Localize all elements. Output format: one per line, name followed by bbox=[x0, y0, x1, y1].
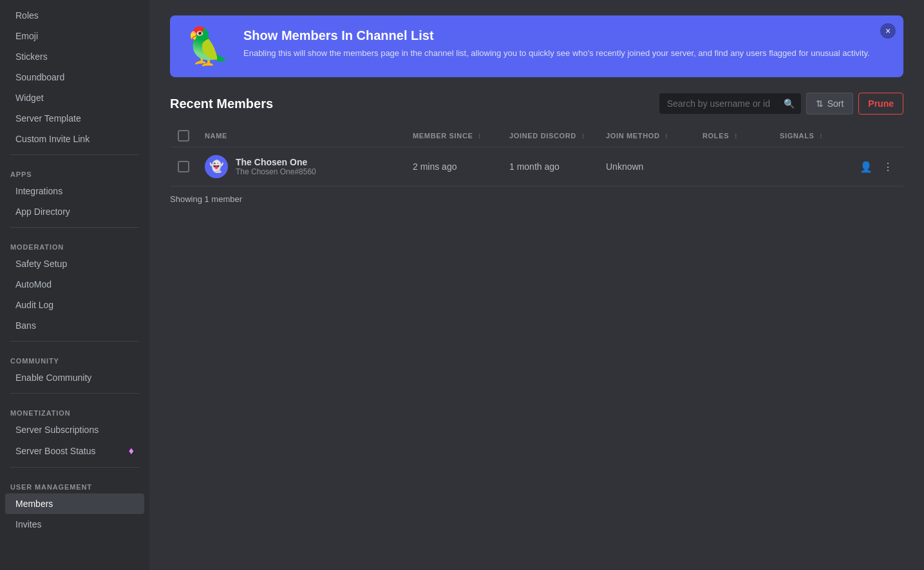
row-member-since-cell: 2 mins ago bbox=[405, 147, 502, 187]
sidebar-item-label: Soundboard bbox=[15, 72, 64, 82]
member-more-button[interactable]: ⋮ bbox=[880, 158, 896, 176]
sidebar-item-label: Audit Log bbox=[15, 300, 53, 310]
th-joined-discord[interactable]: JOINED DISCORD ⫶ bbox=[502, 125, 598, 147]
member-name: The Chosen One bbox=[236, 157, 316, 167]
member-profile-button[interactable]: 👤 bbox=[857, 158, 875, 176]
filter-icon-member-since: ⫶ bbox=[478, 133, 482, 140]
sort-label: Sort bbox=[827, 98, 844, 109]
sidebar-item-bans[interactable]: Bans bbox=[5, 315, 144, 336]
members-controls: 🔍 ⇅ Sort Prune bbox=[659, 93, 903, 115]
show-members-banner: 🦜 Show Members In Channel List Enabling … bbox=[170, 15, 903, 77]
sidebar-item-server-boost-status[interactable]: Server Boost Status ♦ bbox=[5, 440, 144, 462]
section-label-moderation: MODERATION bbox=[0, 233, 149, 253]
th-roles[interactable]: ROLES ⫶ bbox=[695, 125, 772, 147]
th-joined-discord-label: JOINED DISCORD bbox=[509, 132, 576, 140]
sidebar-item-widget[interactable]: Widget bbox=[5, 87, 144, 108]
members-title: Recent Members bbox=[170, 97, 273, 111]
section-label-community: COMMUNITY bbox=[0, 347, 149, 367]
table-row: 👻 The Chosen One The Chosen One#8560 2 m… bbox=[170, 147, 903, 187]
member-tag: The Chosen One#8560 bbox=[236, 167, 316, 176]
banner-text-container: Show Members In Channel List Enabling th… bbox=[243, 28, 888, 60]
sort-button[interactable]: ⇅ Sort bbox=[806, 93, 854, 115]
sidebar-item-label: Enable Community bbox=[15, 372, 91, 383]
sidebar-item-stickers[interactable]: Stickers bbox=[5, 46, 144, 67]
sidebar-item-label: Members bbox=[15, 499, 53, 509]
divider-community bbox=[10, 341, 139, 342]
filter-icon-roles: ⫶ bbox=[734, 133, 738, 140]
th-member-since-label: MEMBER SINCE bbox=[413, 132, 473, 140]
sidebar-item-server-subscriptions[interactable]: Server Subscriptions bbox=[5, 419, 144, 440]
th-signals[interactable]: SIGNALS ⫶ bbox=[772, 125, 849, 147]
join-method-value: Unknown bbox=[606, 161, 643, 172]
table-body: 👻 The Chosen One The Chosen One#8560 2 m… bbox=[170, 147, 903, 187]
divider-moderation bbox=[10, 227, 139, 228]
member-actions: 👤 ⋮ bbox=[857, 158, 896, 176]
filter-icon-signals: ⫶ bbox=[819, 133, 823, 140]
sidebar-item-label: Server Template bbox=[15, 113, 81, 124]
sidebar-item-server-template[interactable]: Server Template bbox=[5, 108, 144, 129]
banner-title: Show Members In Channel List bbox=[243, 28, 888, 43]
prune-button[interactable]: Prune bbox=[858, 93, 903, 115]
sidebar-item-integrations[interactable]: Integrations bbox=[5, 181, 144, 201]
row-joined-discord-cell: 1 month ago bbox=[502, 147, 598, 187]
sidebar-item-label: Stickers bbox=[15, 51, 48, 62]
banner-description: Enabling this will show the members page… bbox=[243, 47, 888, 60]
showing-members-text: Showing 1 member bbox=[170, 194, 903, 204]
sidebar-item-label: App Directory bbox=[15, 207, 70, 217]
sidebar-item-app-directory[interactable]: App Directory bbox=[5, 201, 144, 222]
th-actions bbox=[849, 125, 903, 147]
sidebar-item-label: Roles bbox=[15, 10, 39, 21]
sort-icon: ⇅ bbox=[816, 98, 824, 109]
sidebar-item-members[interactable]: Members bbox=[5, 493, 144, 514]
sidebar-item-label: Safety Setup bbox=[15, 259, 67, 269]
showing-unit-value: member bbox=[211, 194, 242, 204]
divider-user-management bbox=[10, 467, 139, 468]
sidebar-item-automod[interactable]: AutoMod bbox=[5, 274, 144, 295]
sidebar-item-label: Server Boost Status bbox=[15, 446, 96, 456]
sidebar-item-roles[interactable]: Roles bbox=[5, 5, 144, 26]
sidebar-item-enable-community[interactable]: Enable Community bbox=[5, 367, 144, 388]
joined-discord-value: 1 month ago bbox=[509, 161, 560, 172]
row-join-method-cell: Unknown bbox=[598, 147, 695, 187]
row-checkbox-cell[interactable] bbox=[170, 147, 197, 187]
member-since-value: 2 mins ago bbox=[413, 161, 457, 172]
sidebar-item-label: Bans bbox=[15, 320, 36, 331]
th-signals-label: SIGNALS bbox=[780, 132, 815, 140]
search-input[interactable] bbox=[659, 93, 801, 114]
th-join-method[interactable]: JOIN METHOD ⫶ bbox=[598, 125, 695, 147]
th-name[interactable]: NAME bbox=[197, 125, 405, 147]
sidebar-item-label: Emoji bbox=[15, 31, 38, 41]
banner-close-button[interactable]: × bbox=[880, 23, 896, 39]
sidebar-item-custom-invite-link[interactable]: Custom Invite Link bbox=[5, 129, 144, 149]
row-actions-cell: 👤 ⋮ bbox=[849, 147, 903, 187]
sidebar-item-emoji[interactable]: Emoji bbox=[5, 26, 144, 46]
th-member-since[interactable]: MEMBER SINCE ⫶ bbox=[405, 125, 502, 147]
sidebar-item-label: Integrations bbox=[15, 186, 62, 196]
sidebar-item-invites[interactable]: Invites bbox=[5, 514, 144, 535]
boost-badge-icon: ♦ bbox=[129, 445, 134, 457]
section-label-monetization: MONETIZATION bbox=[0, 399, 149, 419]
row-roles-cell bbox=[695, 147, 772, 187]
sidebar-item-soundboard[interactable]: Soundboard bbox=[5, 67, 144, 87]
sidebar-item-audit-log[interactable]: Audit Log bbox=[5, 295, 144, 315]
member-avatar-emoji: 👻 bbox=[209, 160, 223, 174]
sidebar-item-label: Server Subscriptions bbox=[15, 425, 99, 435]
sidebar: Roles Emoji Stickers Soundboard Widget S… bbox=[0, 0, 149, 570]
sidebar-item-label: Custom Invite Link bbox=[15, 134, 90, 144]
section-label-user-management: USER MANAGEMENT bbox=[0, 473, 149, 493]
sidebar-item-safety-setup[interactable]: Safety Setup bbox=[5, 253, 144, 274]
banner-emoji-icon: 🦜 bbox=[185, 28, 231, 64]
select-all-checkbox[interactable] bbox=[178, 130, 189, 142]
divider-monetization bbox=[10, 393, 139, 394]
th-checkbox[interactable] bbox=[170, 125, 197, 147]
sidebar-item-label: AutoMod bbox=[15, 279, 52, 290]
members-table: NAME MEMBER SINCE ⫶ JOINED DISCORD ⫶ JOI… bbox=[170, 125, 903, 187]
filter-icon-joined-discord: ⫶ bbox=[581, 133, 585, 140]
showing-count-value: 1 bbox=[205, 194, 209, 204]
row-signals-cell bbox=[772, 147, 849, 187]
row-checkbox[interactable] bbox=[178, 161, 189, 172]
member-name-group: The Chosen One The Chosen One#8560 bbox=[236, 157, 316, 176]
sidebar-item-label: Widget bbox=[15, 93, 44, 103]
table-header: NAME MEMBER SINCE ⫶ JOINED DISCORD ⫶ JOI… bbox=[170, 125, 903, 147]
th-roles-label: ROLES bbox=[702, 132, 729, 140]
